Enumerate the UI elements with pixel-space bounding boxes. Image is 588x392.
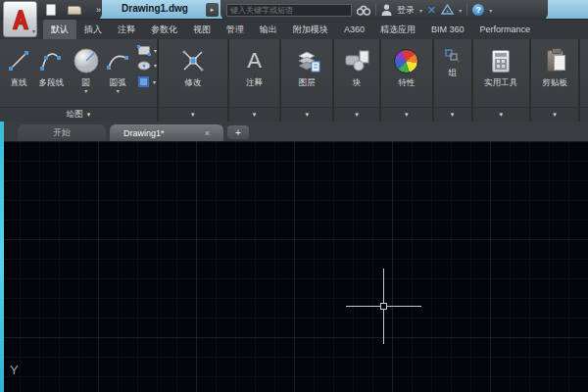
panel-utilities-footer[interactable]: ▾ (473, 107, 530, 122)
calculator-icon (492, 44, 510, 77)
open-file-button[interactable] (67, 3, 82, 17)
panel-properties-footer[interactable]: ▾ (381, 107, 432, 122)
properties-button[interactable]: 特性 (394, 42, 418, 88)
qat-customize-button[interactable]: » (90, 3, 106, 17)
panel-draw-label: 绘图 (67, 109, 83, 121)
tab-insert[interactable]: 插入 (76, 20, 110, 39)
panel-draw-footer[interactable]: 绘图 ▾ (0, 107, 157, 122)
modify-button[interactable]: 修改 (180, 42, 206, 88)
panel-utilities-expand-icon: ▾ (500, 111, 504, 119)
tab-bim360[interactable]: BIM 360 (423, 20, 472, 39)
help-icon[interactable]: ? (472, 4, 484, 16)
arc-button[interactable]: 圆弧 ▾ (102, 42, 133, 94)
open-folder-icon (68, 6, 81, 15)
hatch-icon (137, 75, 150, 88)
hatch-dropdown-icon[interactable]: ▾ (153, 79, 156, 85)
layers-button[interactable]: 图层 (293, 42, 320, 88)
help-dropdown-icon[interactable]: ▾ (489, 7, 492, 14)
panel-properties: 特性 ▾ (381, 39, 432, 122)
ellipse-dropdown-icon[interactable]: ▾ (154, 63, 157, 69)
panel-layers-footer[interactable]: ▾ (281, 107, 332, 122)
panel-layers: 图层 ▾ (281, 39, 332, 122)
close-tab-icon[interactable]: × (205, 128, 210, 138)
new-file-icon (46, 4, 56, 16)
panel-block: 块 ▾ (334, 39, 379, 122)
group-icon (445, 44, 461, 68)
infocenter-expander-button[interactable]: ▸ (206, 3, 219, 17)
autocad-window: » Drawing1.dwg ▸ 登录 ▾ (0, 0, 588, 392)
arc-dropdown-icon[interactable]: ▾ (117, 88, 120, 94)
new-file-button[interactable] (43, 3, 59, 17)
signin-button[interactable]: 登录 (397, 4, 415, 17)
layers-icon (293, 44, 320, 77)
panel-layers-expand-icon: ▾ (306, 111, 310, 119)
panel-annotate-expand-icon: ▾ (253, 111, 257, 119)
search-input[interactable] (226, 4, 352, 17)
panel-utilities: 实用工具 ▾ (473, 39, 530, 122)
panel-modify-footer[interactable]: ▾ (159, 107, 227, 122)
panel-draw: 直线 多段线 (0, 39, 157, 122)
app-menu-dropdown-icon: ▾ (32, 27, 35, 34)
exchange-apps-icon[interactable]: ✕ (427, 4, 436, 17)
ribbon: 直线 多段线 (0, 39, 588, 122)
new-drawing-button[interactable]: + (227, 125, 249, 139)
clipboard-button[interactable]: 剪贴板 (542, 42, 567, 88)
utilities-button[interactable]: 实用工具 (484, 42, 517, 88)
panel-group: 组 ▾ (434, 39, 471, 122)
user-icon (381, 4, 392, 16)
infocenter: 登录 ▾ ✕ ▾ ? ▾ (220, 0, 548, 20)
line-icon (8, 44, 29, 77)
line-button[interactable]: 直线 (4, 42, 33, 88)
qat-more-icon: » (96, 5, 100, 15)
tab-a360[interactable]: A360 (336, 20, 372, 39)
circle-button[interactable]: 圆 ▾ (70, 42, 102, 94)
panel-modify-expand-icon: ▾ (191, 111, 195, 119)
panel-draw-expand-icon: ▾ (87, 111, 91, 119)
a360-dropdown-icon[interactable]: ▾ (459, 7, 462, 14)
panel-clipboard-expand-icon: ▾ (553, 111, 557, 119)
group-button[interactable]: 组 (445, 42, 461, 78)
annotate-button[interactable]: A 注释 (246, 42, 263, 88)
panel-clipboard-footer[interactable]: ▾ (531, 107, 578, 122)
circle-dropdown-icon[interactable]: ▾ (84, 88, 87, 94)
tab-addins[interactable]: 附加模块 (285, 20, 336, 39)
tab-manage[interactable]: 管理 (219, 20, 252, 39)
search-binoculars-icon[interactable] (357, 5, 370, 16)
block-button[interactable]: 块 (343, 42, 370, 88)
hatch-button[interactable]: ▾ (137, 75, 157, 88)
titlebar: » Drawing1.dwg ▸ 登录 ▾ (0, 0, 588, 20)
rectangle-button[interactable]: ▾ (137, 45, 157, 56)
color-wheel-icon (394, 44, 418, 77)
tab-featured-apps[interactable]: 精选应用 (372, 20, 423, 39)
file-tab-start[interactable]: 开始 (18, 124, 106, 141)
tab-performance[interactable]: Performance (472, 20, 539, 39)
tab-output[interactable]: 输出 (252, 20, 285, 39)
file-tab-bar: 开始 Drawing1* × + (0, 122, 588, 141)
a360-alert-icon[interactable] (441, 1, 454, 19)
application-menu-button[interactable]: ▾ (3, 1, 37, 37)
panel-block-footer[interactable]: ▾ (334, 107, 379, 122)
window-left-border (0, 122, 4, 392)
panel-group-expand-icon: ▾ (451, 111, 455, 119)
panel-annotate-footer[interactable]: ▾ (229, 107, 280, 122)
tab-parametric[interactable]: 参数化 (143, 20, 185, 39)
pickbox (380, 303, 387, 310)
drawing-canvas[interactable]: Y (0, 141, 588, 392)
ellipse-button[interactable]: ▾ (137, 61, 157, 71)
divider (466, 4, 467, 16)
panel-properties-expand-icon: ▾ (405, 111, 409, 119)
polyline-button[interactable]: 多段线 (33, 42, 70, 88)
autocad-logo-icon (9, 9, 32, 30)
signin-dropdown-icon[interactable]: ▾ (419, 7, 422, 14)
clipboard-icon (547, 44, 564, 77)
divider (375, 4, 376, 16)
ribbon-tab-bar: 默认 插入 注释 参数化 视图 管理 输出 附加模块 A360 精选应用 BIM… (0, 20, 588, 39)
block-icon (343, 44, 370, 77)
panel-group-footer[interactable]: ▾ (434, 107, 471, 122)
tab-view[interactable]: 视图 (185, 20, 219, 39)
rectangle-dropdown-icon[interactable]: ▾ (154, 48, 157, 54)
file-tab-drawing1[interactable]: Drawing1* × (110, 124, 223, 141)
tab-annotate[interactable]: 注释 (110, 20, 143, 39)
tab-default[interactable]: 默认 (43, 20, 76, 39)
panel-clipboard: 剪贴板 ▾ (531, 39, 578, 122)
